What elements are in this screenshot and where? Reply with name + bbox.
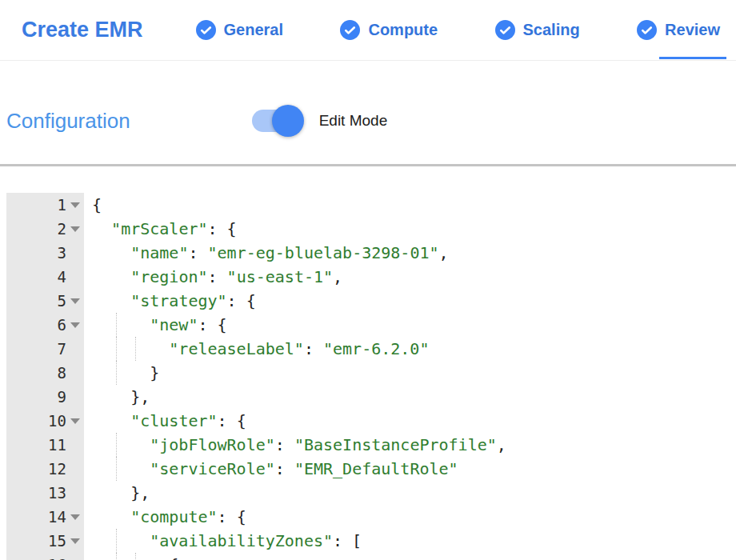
json-string-token: "compute" [130,507,217,526]
indent-whitespace [92,315,150,334]
code-line[interactable]: } [84,361,736,385]
fold-arrow-icon[interactable] [70,226,80,232]
json-punctuation-token: : { [218,507,246,526]
fold-slot [66,505,84,529]
editor-line: 10 "cluster": { [6,409,736,433]
indent-guide [116,433,117,457]
edit-mode-toggle[interactable] [252,110,302,132]
editor-line: 3 "name": "emr-eg-bluelab-3298-01", [6,241,736,265]
line-number-text: 9 [58,385,66,409]
json-punctuation-token: { [92,195,102,214]
json-punctuation-token: : { [227,291,256,310]
line-number: 6 [6,313,84,337]
code-line[interactable]: "availabilityZones": [ [84,529,736,553]
fold-slot [66,265,84,289]
line-number-text: 2 [58,217,66,241]
configuration-section-header: Configuration Edit Mode [0,98,736,143]
indent-whitespace [92,435,150,454]
json-punctuation-token: , [333,267,342,286]
code-line[interactable]: "compute": { [84,505,736,529]
editor-line: 2 "mrScaler": { [6,217,736,241]
line-number: 9 [6,385,84,409]
editor-line: 8 } [6,361,736,385]
indent-whitespace [92,387,130,406]
editor-line: 7 "releaseLabel": "emr-6.2.0" [6,337,736,361]
line-number-text: 8 [58,361,66,385]
json-punctuation-token: : [ [333,531,362,550]
step-scaling[interactable]: Scaling [495,0,580,60]
fold-slot [66,553,84,560]
indent-whitespace [92,483,130,502]
line-number-text: 12 [48,457,66,481]
line-number: 4 [6,265,84,289]
fold-slot [66,385,84,409]
json-punctuation-token: : [275,459,294,478]
json-string-token: "strategy" [130,291,226,310]
indent-guide [135,337,136,361]
line-number-text: 15 [48,529,66,553]
check-circle-icon [637,20,657,40]
json-string-token: "emr-eg-bluelab-3298-01" [208,243,439,262]
code-line[interactable]: { [84,553,736,560]
json-punctuation-token: : [208,267,227,286]
line-number-text: 11 [48,433,66,457]
step-compute[interactable]: Compute [340,0,438,60]
json-string-token: "us-east-1" [227,267,333,286]
line-number: 15 [6,529,84,553]
step-general[interactable]: General [196,0,283,60]
fold-slot [66,289,84,313]
json-string-token: "region" [130,267,207,286]
code-line[interactable]: }, [84,385,736,409]
wizard-header: Create EMR GeneralComputeScalingReview [0,0,736,61]
json-punctuation-token: }, [130,387,150,406]
indent-whitespace [92,243,130,262]
step-label: Compute [368,21,438,39]
fold-arrow-icon[interactable] [70,202,80,208]
indent-whitespace [92,411,130,430]
fold-slot [66,313,84,337]
fold-slot [66,193,84,217]
line-number: 13 [6,481,84,505]
fold-slot [66,529,84,553]
step-label: Review [665,21,720,39]
code-line[interactable]: "mrScaler": { [84,217,736,241]
step-review[interactable]: Review [637,0,720,60]
page-title: Create EMR [22,18,143,42]
editor-line: 5 "strategy": { [6,289,736,313]
indent-guide [116,313,117,337]
editor-line: 14 "compute": { [6,505,736,529]
line-number-text: 16 [48,553,66,560]
json-editor[interactable]: 1{2 "mrScaler": {3 "name": "emr-eg-bluel… [6,193,736,560]
indent-whitespace [92,267,130,286]
code-line[interactable]: "strategy": { [84,289,736,313]
fold-arrow-icon[interactable] [70,418,80,424]
code-line[interactable]: "jobFlowRole": "BaseInstanceProfile", [84,433,736,457]
code-line[interactable]: "releaseLabel": "emr-6.2.0" [84,337,736,361]
line-number-text: 3 [58,241,66,265]
json-punctuation-token: , [497,435,506,454]
json-punctuation-token: : { [208,219,237,238]
json-string-token: "name" [130,243,188,262]
check-circle-icon [196,20,216,40]
indent-guide [116,457,117,481]
editor-line: 12 "serviceRole": "EMR_DefaultRole" [6,457,736,481]
json-punctuation-token: , [439,243,449,262]
code-line[interactable]: "region": "us-east-1", [84,265,736,289]
code-line[interactable]: { [84,193,736,217]
json-string-token: "emr-6.2.0" [323,339,429,358]
fold-arrow-icon[interactable] [70,514,80,520]
code-line[interactable]: "cluster": { [84,409,736,433]
code-line[interactable]: "name": "emr-eg-bluelab-3298-01", [84,241,736,265]
indent-whitespace [92,531,150,550]
json-string-token: "mrScaler" [111,219,207,238]
fold-slot [66,457,84,481]
fold-arrow-icon[interactable] [70,322,80,328]
fold-arrow-icon[interactable] [70,298,80,304]
code-line[interactable]: "new": { [84,313,736,337]
code-line[interactable]: "serviceRole": "EMR_DefaultRole" [84,457,736,481]
fold-arrow-icon[interactable] [70,538,80,544]
edit-mode-label: Edit Mode [319,112,388,130]
code-line[interactable]: }, [84,481,736,505]
json-punctuation-token: }, [130,483,150,502]
json-string-token: "releaseLabel" [169,339,304,358]
